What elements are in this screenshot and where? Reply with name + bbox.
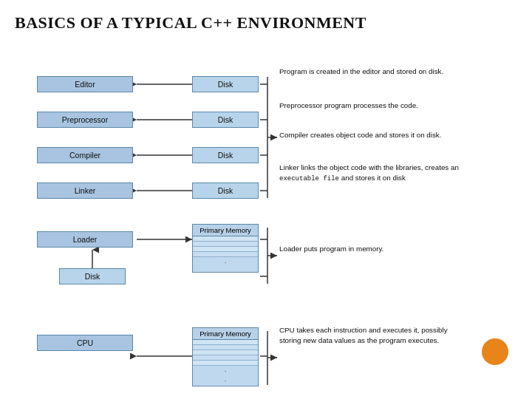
mem-dots-6: ·	[193, 385, 258, 386]
disk2-label: Disk	[218, 115, 233, 124]
page: Basics of a Typical C++ Environment	[0, 0, 532, 399]
mem-stripe	[193, 236, 258, 242]
linker-box: Linker	[37, 183, 133, 199]
desc-compiler: Compiler creates object code and stores …	[279, 130, 449, 140]
loader-disk-label: Disk	[85, 272, 100, 281]
disk1-box: Disk	[192, 76, 259, 92]
disk3-box: Disk	[192, 147, 259, 163]
linker-label: Linker	[75, 186, 96, 195]
loader-disk-box: Disk	[59, 268, 126, 284]
desc-preprocessor: Preprocessor program processes the code.	[279, 100, 449, 111]
mem-stripe	[193, 345, 258, 350]
disk4-box: Disk	[192, 183, 259, 199]
memory-block-1: Primary Memory · · ·	[192, 224, 259, 273]
memory-label-2: Primary Memory	[193, 328, 258, 340]
mem-stripe	[193, 340, 258, 345]
mem-stripe	[193, 361, 258, 366]
desc-cpu: CPU takes each instruction and executes …	[279, 325, 449, 345]
disk4-label: Disk	[218, 186, 233, 195]
disk2-box: Disk	[192, 112, 259, 128]
mem-stripe	[193, 350, 258, 355]
mem-stripe	[193, 242, 258, 247]
page-title: Basics of a Typical C++ Environment	[15, 13, 517, 33]
orange-circle	[482, 338, 508, 365]
mem-dots-1: ·	[193, 257, 258, 267]
cpu-label: CPU	[77, 338, 93, 347]
linker-desc-text: Linker links the object code with the li…	[279, 163, 459, 182]
preprocessor-label: Preprocessor	[62, 115, 108, 124]
mem-stripe	[193, 252, 258, 257]
mem-dots-2: ·	[193, 267, 258, 273]
desc-editor: Program is created in the editor and sto…	[279, 66, 449, 77]
diagram: Editor Preprocessor Compiler Linker Load…	[15, 43, 517, 398]
compiler-label: Compiler	[69, 151, 100, 160]
mem-dots-4: ·	[193, 366, 258, 376]
compiler-box: Compiler	[37, 147, 133, 163]
mem-stripe	[193, 355, 258, 361]
editor-box: Editor	[37, 76, 133, 92]
disk1-label: Disk	[218, 80, 233, 89]
editor-label: Editor	[75, 80, 95, 89]
mem-dots-5: ·	[193, 376, 258, 385]
memory-label-1: Primary Memory	[193, 225, 258, 236]
cpu-box: CPU	[37, 335, 133, 351]
memory-block-2: Primary Memory · · ·	[192, 327, 259, 386]
desc-linker: Linker links the object code with the li…	[279, 163, 460, 183]
mem-stripe	[193, 247, 258, 252]
preprocessor-box: Preprocessor	[37, 112, 133, 128]
loader-box: Loader	[37, 231, 133, 248]
desc-loader: Loader puts program in memory.	[279, 244, 449, 254]
loader-label: Loader	[73, 235, 98, 244]
disk3-label: Disk	[218, 151, 233, 160]
